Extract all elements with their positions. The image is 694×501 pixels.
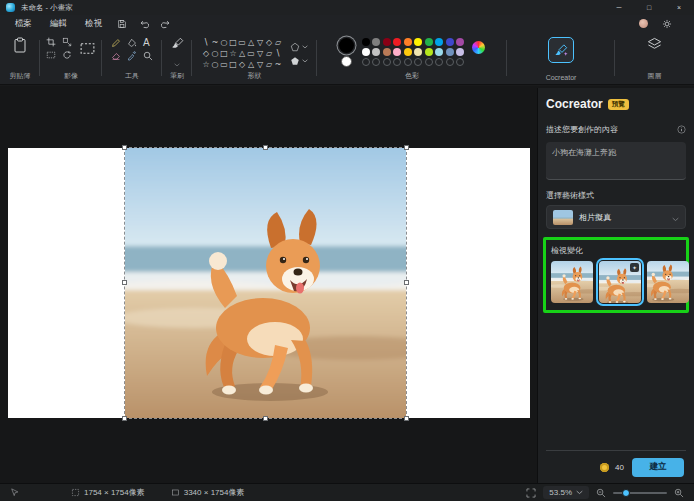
shape-icon[interactable]: ○ [211, 59, 220, 70]
empty-color-slot[interactable] [404, 58, 412, 66]
rotate-icon[interactable] [62, 50, 72, 60]
account-avatar[interactable] [639, 19, 648, 28]
variant-thumbnail-2[interactable]: ✦ [599, 261, 641, 303]
color-swatch[interactable] [372, 38, 380, 46]
shape-icon[interactable]: \ [202, 37, 211, 48]
color-swatch[interactable] [435, 48, 443, 56]
maximize-button[interactable]: □ [634, 0, 664, 15]
empty-color-slot[interactable] [393, 58, 401, 66]
color-picker-icon[interactable] [127, 51, 137, 61]
style-dropdown[interactable]: 相片擬真 [546, 205, 686, 229]
minimize-button[interactable]: ─ [604, 0, 634, 15]
selection-handle[interactable] [263, 416, 268, 421]
layers-icon[interactable] [647, 37, 662, 52]
empty-color-slot[interactable] [456, 58, 464, 66]
shape-icon[interactable]: □ [229, 37, 238, 48]
color-swatch[interactable] [456, 38, 464, 46]
color-swatch[interactable] [456, 48, 464, 56]
color-swatch[interactable] [362, 38, 370, 46]
drawing-canvas[interactable] [8, 148, 530, 418]
chevron-down-icon[interactable] [174, 53, 180, 71]
pencil-icon[interactable] [111, 38, 121, 48]
color-swatch[interactable] [362, 48, 370, 56]
prompt-input[interactable]: 小狗在海灘上奔跑 [546, 142, 686, 180]
shape-icon[interactable]: ○ [211, 48, 220, 59]
selection-tool-icon[interactable] [79, 40, 96, 57]
selection-handle[interactable] [122, 145, 127, 150]
selection-handle[interactable] [404, 145, 409, 150]
shape-fill-button[interactable] [290, 56, 308, 66]
color-swatch[interactable] [414, 48, 422, 56]
shape-icon[interactable]: ▽ [256, 37, 265, 48]
undo-button[interactable] [135, 17, 153, 30]
variant-thumbnail-1[interactable] [551, 261, 593, 303]
zoom-in-icon[interactable] [674, 488, 684, 498]
selection-handle[interactable] [404, 416, 409, 421]
shape-icon[interactable]: ◇ [238, 59, 247, 70]
shape-icon[interactable]: ☆ [202, 59, 211, 70]
shape-icon[interactable]: △ [247, 59, 256, 70]
color-swatch[interactable] [404, 38, 412, 46]
color-swatch[interactable] [393, 38, 401, 46]
settings-gear-icon[interactable] [658, 17, 676, 30]
shape-icon[interactable]: ○ [220, 37, 229, 48]
shape-icon[interactable]: ◇ [265, 37, 274, 48]
crop-icon[interactable] [46, 37, 56, 47]
color-swatch[interactable] [383, 48, 391, 56]
empty-color-slot[interactable] [425, 58, 433, 66]
shape-icon[interactable]: □ [229, 59, 238, 70]
shape-icon[interactable]: ▭ [220, 59, 229, 70]
shape-icon[interactable]: \ [274, 48, 283, 59]
empty-color-slot[interactable] [446, 58, 454, 66]
shape-icon[interactable]: ▱ [265, 48, 274, 59]
paste-icon[interactable] [12, 37, 28, 53]
shape-icon[interactable]: ▱ [265, 59, 274, 70]
shape-icon[interactable]: ▽ [256, 59, 265, 70]
save-button[interactable] [113, 17, 131, 30]
shape-icon[interactable]: ~ [274, 59, 283, 70]
cocreator-button[interactable] [548, 37, 574, 63]
color-swatch[interactable] [414, 38, 422, 46]
menu-view[interactable]: 檢視 [78, 16, 109, 32]
color-swatch[interactable] [372, 48, 380, 56]
empty-color-slot[interactable] [414, 58, 422, 66]
empty-color-slot[interactable] [362, 58, 370, 66]
magnifier-icon[interactable] [143, 51, 153, 61]
brush-icon[interactable] [171, 37, 184, 50]
selection-handle[interactable] [404, 280, 409, 285]
secondary-color-swatch[interactable] [341, 56, 352, 67]
color-swatch[interactable] [425, 38, 433, 46]
close-button[interactable]: × [664, 0, 694, 15]
shape-icon[interactable]: ☆ [229, 48, 238, 59]
fill-bucket-icon[interactable] [127, 38, 137, 48]
info-icon[interactable] [677, 120, 686, 138]
color-swatch[interactable] [393, 48, 401, 56]
eraser-icon[interactable] [111, 51, 121, 61]
shape-icon[interactable]: ~ [211, 37, 220, 48]
color-swatch[interactable] [435, 38, 443, 46]
selection-handle[interactable] [263, 145, 268, 150]
color-swatch[interactable] [446, 48, 454, 56]
zoom-slider-thumb[interactable] [622, 489, 630, 497]
selection-handle[interactable] [122, 416, 127, 421]
create-button[interactable]: 建立 [632, 458, 684, 477]
shape-icon[interactable]: ▭ [238, 37, 247, 48]
shape-icon[interactable]: ▽ [256, 48, 265, 59]
shape-outline-button[interactable] [290, 42, 308, 52]
shape-icon[interactable]: △ [238, 48, 247, 59]
empty-color-slot[interactable] [435, 58, 443, 66]
shape-icon[interactable]: △ [247, 37, 256, 48]
zoom-slider[interactable] [613, 492, 667, 494]
color-swatch[interactable] [425, 48, 433, 56]
color-swatch[interactable] [383, 38, 391, 46]
edit-colors-wheel-icon[interactable] [472, 41, 485, 54]
variant-thumbnail-3[interactable] [647, 261, 689, 303]
color-swatch[interactable] [446, 38, 454, 46]
empty-color-slot[interactable] [372, 58, 380, 66]
zoom-out-icon[interactable] [596, 488, 606, 498]
shape-icon[interactable]: □ [220, 48, 229, 59]
shape-icon[interactable]: ◇ [202, 48, 211, 59]
menu-file[interactable]: 檔案 [8, 16, 39, 32]
text-tool-icon[interactable]: A [143, 37, 150, 48]
primary-color-swatch[interactable] [339, 38, 354, 53]
